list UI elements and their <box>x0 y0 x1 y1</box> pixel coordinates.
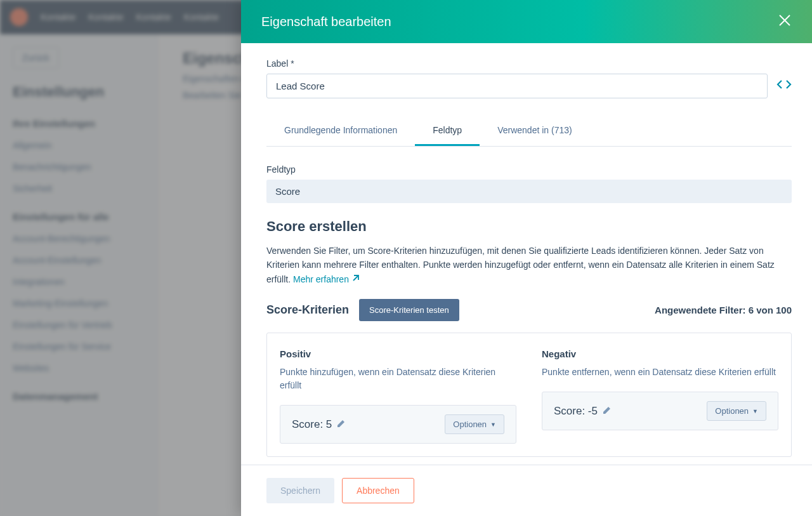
positive-score-text: Score: 5 <box>292 418 332 431</box>
positive-score-value: Score: 5 <box>292 418 346 431</box>
panel-title: Eigenschaft bearbeiten <box>261 15 391 29</box>
tab-basic-info[interactable]: Grundlegende Informationen <box>266 116 415 146</box>
negative-score-card: Score: -5 Optionen ▼ <box>542 392 778 430</box>
label-field-label: Label * <box>266 58 792 69</box>
negative-score-value: Score: -5 <box>554 405 612 418</box>
external-link-icon <box>351 272 360 286</box>
edit-property-panel: Eigenschaft bearbeiten Label * Grundlege… <box>241 0 812 516</box>
cancel-button[interactable]: Abbrechen <box>342 478 414 503</box>
negative-desc: Punkte entfernen, wenn ein Datensatz die… <box>542 366 778 379</box>
test-criteria-button[interactable]: Score-Kriterien testen <box>359 299 459 321</box>
tab-used-in[interactable]: Verwendet in (713) <box>480 116 590 146</box>
panel-footer: Speichern Abbrechen <box>241 465 812 516</box>
tabs: Grundlegende Informationen Feldtyp Verwe… <box>266 116 792 147</box>
positive-column: Positiv Punkte hinzufügen, wenn ein Date… <box>280 348 516 444</box>
panel-header: Eigenschaft bearbeiten <box>241 0 812 43</box>
fieldtype-label: Feldtyp <box>266 164 792 175</box>
learn-more-link[interactable]: Mehr erfahren <box>293 274 360 284</box>
edit-icon[interactable] <box>337 418 346 431</box>
negative-column: Negativ Punkte entfernen, wenn ein Daten… <box>542 348 778 444</box>
close-button[interactable] <box>778 12 792 32</box>
negative-options-button[interactable]: Optionen ▼ <box>707 401 766 421</box>
criteria-box: Positiv Punkte hinzufügen, wenn ein Date… <box>266 333 792 457</box>
panel-body: Label * Grundlegende Informationen Feldt… <box>241 43 812 465</box>
tab-field-type[interactable]: Feldtyp <box>415 116 480 146</box>
chevron-down-icon: ▼ <box>490 421 496 428</box>
save-button[interactable]: Speichern <box>266 478 334 503</box>
edit-icon[interactable] <box>603 405 612 418</box>
close-icon <box>778 13 792 27</box>
label-input[interactable] <box>266 74 768 98</box>
score-create-heading: Score erstellen <box>266 218 792 235</box>
code-icon[interactable] <box>776 78 792 94</box>
positive-desc: Punkte hinzufügen, wenn ein Datensatz di… <box>280 366 516 392</box>
positive-score-card: Score: 5 Optionen ▼ <box>280 405 516 444</box>
positive-title: Positiv <box>280 348 516 359</box>
svg-line-2 <box>353 275 358 281</box>
positive-options-button[interactable]: Optionen ▼ <box>445 414 504 434</box>
negative-score-text: Score: -5 <box>554 405 598 418</box>
applied-filter-count: Angewendete Filter: 6 von 100 <box>655 305 792 315</box>
options-label: Optionen <box>715 406 749 416</box>
fieldtype-value: Score <box>266 180 792 203</box>
options-label: Optionen <box>453 420 487 429</box>
score-description: Verwenden Sie Filter, um Score-Kriterien… <box>266 244 792 286</box>
chevron-down-icon: ▼ <box>752 408 758 414</box>
negative-title: Negativ <box>542 348 778 359</box>
score-criteria-heading: Score-Kriterien <box>266 303 349 317</box>
learn-more-text: Mehr erfahren <box>293 274 349 284</box>
